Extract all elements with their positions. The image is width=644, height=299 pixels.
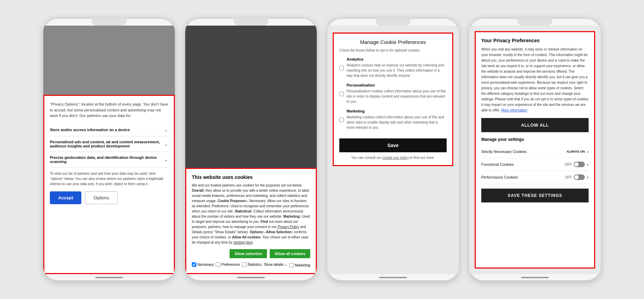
cookie-option-analytics: Analytics Analytics cookies help us impr… <box>339 57 447 78</box>
show-details-chevron-icon: ⌄ <box>285 263 287 266</box>
chevron-right-icon-2: › <box>587 162 589 167</box>
phone-3: Manage Cookie Preferences Check the boxe… <box>327 18 459 281</box>
checkbox-analytics-input[interactable] <box>339 58 344 78</box>
checkbox-preferences-input[interactable] <box>216 262 220 267</box>
accordion-label-2: Personalised ads and content, ad and con… <box>50 140 164 148</box>
checkbox-statistics-input[interactable] <box>242 262 247 267</box>
accordion-item-3[interactable]: Precise geolocation data, and identifica… <box>50 152 168 167</box>
phone-1-buttons: Accept Options <box>50 191 168 204</box>
phone-1-intro-text: "Privacy Options", located at the bottom… <box>50 101 168 119</box>
checkbox-marketing[interactable]: Marketing <box>289 263 310 268</box>
accept-button[interactable]: Accept <box>50 191 81 204</box>
phone-3-bottom <box>379 274 407 281</box>
phone-1-cookie-panel: "Privacy Options", located at the bottom… <box>43 95 175 274</box>
home-bar-1 <box>95 277 123 278</box>
chevron-down-icon-3: ⌄ <box>164 157 168 162</box>
performance-right: OFF › <box>565 174 589 180</box>
cookie-option-analytics-label: Analytics <box>347 57 447 61</box>
cookie-option-analytics-text: Analytics Analytics cookies help us impr… <box>347 57 447 78</box>
more-information-link[interactable]: More information <box>501 108 527 112</box>
manage-cookie-title: Manage Cookie Preferences <box>339 39 447 45</box>
performance-cookies-label: Performance Cookies <box>481 175 518 179</box>
phone-1-screen: "Privacy Options", located at the bottom… <box>43 26 175 274</box>
cookie-option-personalisation-label: Personalisation <box>347 83 447 87</box>
save-settings-button[interactable]: SAVE THESE SETTINGS <box>481 189 589 202</box>
phone-1: "Privacy Options", located at the bottom… <box>43 18 175 281</box>
checkbox-necessary-label: Necessary <box>197 263 214 266</box>
functional-toggle[interactable] <box>574 162 585 167</box>
checkbox-statistics-label: Statistics <box>248 263 261 266</box>
options-button[interactable]: Options <box>85 191 118 204</box>
cookie-title: This website uses cookies <box>192 174 310 180</box>
checkbox-preferences-label: Preferences <box>221 263 240 266</box>
phone-1-footer-text: To view our list of partners and see how… <box>50 171 168 187</box>
functional-right: OFF › <box>565 162 589 167</box>
functional-off-label: OFF <box>565 163 572 166</box>
phone-3-notch <box>376 18 410 26</box>
checkbox-marketing-input[interactable] <box>289 263 294 268</box>
privacy-box: Your Privacy Preferences When you visit … <box>475 31 595 269</box>
checkbox-necessary-input[interactable] <box>192 262 196 267</box>
accordion-item-2[interactable]: Personalised ads and content, ad and con… <box>50 136 168 152</box>
chevron-right-icon-1: › <box>587 149 589 154</box>
phone-2-screen: This website uses cookies We and our tru… <box>185 26 317 274</box>
cookie-buttons: Allow selection Allow all cookies <box>192 249 310 258</box>
cookie-policy-link[interactable]: cookie use policy <box>383 156 409 160</box>
save-button[interactable]: Save <box>339 138 447 152</box>
phone-2-notch <box>234 18 268 26</box>
allow-all-button[interactable]: ALLOW ALL <box>481 118 589 132</box>
strictly-necessary-right: ALWAYS ON › <box>566 149 589 154</box>
strictly-necessary-label: Strictly Necessary Cookies <box>481 150 527 154</box>
checkbox-preferences[interactable]: Preferences <box>216 262 240 267</box>
checkbox-marketing-manage-input[interactable] <box>339 110 344 130</box>
chevron-down-icon-2: ⌄ <box>164 141 168 147</box>
phone-2: This website uses cookies We and our tru… <box>185 18 317 281</box>
privacy-body: When you visit any website, it may store… <box>481 47 589 113</box>
phone-4: Your Privacy Preferences When you visit … <box>469 18 601 281</box>
phone-1-gray-area <box>43 26 175 95</box>
phone-4-bottom <box>521 274 549 281</box>
allow-selection-button[interactable]: Allow selection <box>230 249 267 258</box>
cookie-option-personalisation: Personalisation Personalisation cookies … <box>339 83 447 104</box>
allow-all-cookies-button[interactable]: Allow all cookies <box>270 249 310 258</box>
phone-4-screen: Your Privacy Preferences When you visit … <box>469 26 601 274</box>
cookie-body-text-1: We and our trusted partners use cookies … <box>192 183 310 244</box>
always-on-badge: ALWAYS ON <box>566 150 585 153</box>
settings-row-performance[interactable]: Performance Cookies OFF › <box>481 171 589 184</box>
show-details[interactable]: Show details ⌄ <box>264 263 287 266</box>
cookie-option-marketing-desc: Marketing cookies collect information ab… <box>347 115 447 130</box>
manage-footer: You can consult our cookie use policy to… <box>339 156 447 160</box>
cookie-option-marketing-label: Marketing <box>347 109 447 113</box>
chevron-down-icon-1: ⌄ <box>164 127 168 133</box>
manage-cookie-subtitle: Check the boxes below to opt-in for opti… <box>339 48 447 52</box>
cookie-option-personalisation-desc: Personalisation cookies collect informat… <box>347 89 447 104</box>
home-bar-4 <box>521 277 549 278</box>
phones-container: "Privacy Options", located at the bottom… <box>29 4 615 295</box>
performance-toggle[interactable] <box>574 174 585 180</box>
settings-row-strictly-necessary[interactable]: Strictly Necessary Cookies ALWAYS ON › <box>481 145 589 158</box>
phone-4-notch <box>518 18 552 26</box>
cookie-option-marketing: Marketing Marketing cookies collect info… <box>339 109 447 130</box>
cookie-body: We and our trusted partners use cookies … <box>192 183 310 245</box>
functional-cookies-label: Functional Cookies <box>481 162 514 166</box>
cookie-option-personalisation-text: Personalisation Personalisation cookies … <box>347 83 447 104</box>
accordion-item-1[interactable]: Store and/or access information on a dev… <box>50 124 168 136</box>
manage-cookie-box: Manage Cookie Preferences Check the boxe… <box>333 33 453 166</box>
cookie-option-marketing-text: Marketing Marketing cookies collect info… <box>347 109 447 130</box>
manage-footer-text2: to find out more. <box>410 156 435 160</box>
checkbox-necessary[interactable]: Necessary <box>192 262 214 267</box>
accordion-label-3: Precise geolocation data, and identifica… <box>50 155 164 164</box>
performance-off-label: OFF <box>565 175 572 179</box>
settings-row-functional[interactable]: Functional Cookies OFF › <box>481 158 589 171</box>
checkbox-marketing-label: Marketing <box>295 263 310 267</box>
home-bar-2 <box>237 277 265 278</box>
checkbox-personalisation-input[interactable] <box>339 84 344 104</box>
manage-footer-text: You can consult our <box>351 156 381 160</box>
accordion-label-1: Store and/or access information on a dev… <box>50 128 164 132</box>
phone-3-screen: Manage Cookie Preferences Check the boxe… <box>327 26 459 274</box>
chevron-right-icon-3: › <box>587 174 589 180</box>
phone-1-bottom <box>95 274 123 281</box>
checkbox-statistics[interactable]: Statistics <box>242 262 261 267</box>
phone-1-notch <box>92 18 126 26</box>
cookie-checkboxes: Necessary Preferences Statistics Show de… <box>192 262 310 268</box>
